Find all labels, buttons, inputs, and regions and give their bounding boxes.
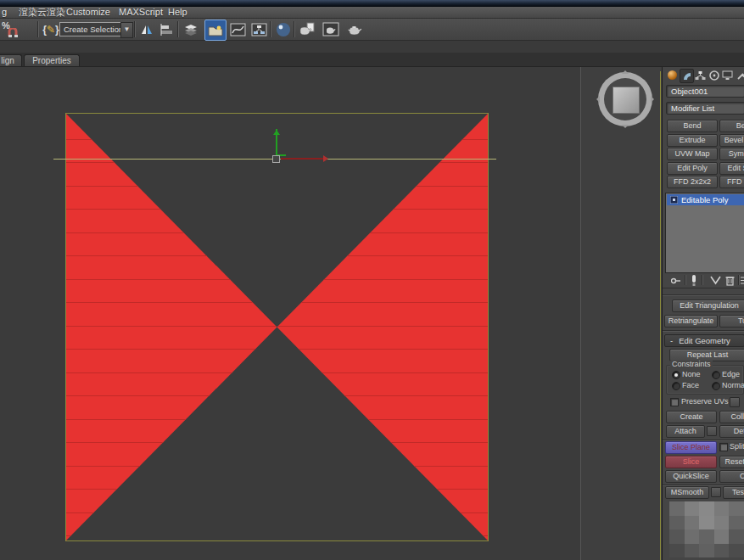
panel-tab-hierarchy[interactable] — [694, 69, 707, 81]
toolbar-separator — [177, 21, 179, 37]
magnet-snap-icon[interactable] — [8, 28, 18, 37]
slice-plane-center-handle[interactable] — [272, 155, 280, 163]
configure-modifier-sets-icon[interactable] — [741, 276, 744, 285]
rollout-divider — [663, 330, 744, 332]
viewcube-cube[interactable] — [613, 87, 640, 114]
scene-explorer-icon[interactable] — [204, 20, 227, 41]
constraint-label-edge[interactable]: Edge — [722, 370, 740, 379]
dropdown-arrow-icon[interactable]: ▼ — [120, 22, 133, 38]
modifier-button-bend[interactable]: Bend — [667, 120, 718, 132]
modifier-button-bevel[interactable]: Bevel — [719, 120, 744, 132]
slice-button[interactable]: Slice — [665, 456, 717, 468]
modifier-button-bevel-profile[interactable]: Bevel Profile — [719, 134, 744, 147]
preserve-uvs-label[interactable]: Preserve UVs — [681, 397, 729, 406]
viewcube[interactable] — [598, 72, 652, 126]
remove-modifier-icon[interactable] — [725, 275, 735, 286]
toolbar-separator — [294, 21, 295, 37]
toolbar-separator — [37, 21, 39, 37]
modifier-button-edit-spline[interactable]: Edit Spline — [719, 162, 744, 175]
menu-item-customize[interactable]: Customize — [66, 7, 110, 18]
retriangulate-button[interactable]: Retriangulate — [664, 315, 718, 328]
constraint-radio-edge[interactable] — [712, 371, 720, 379]
tessellate-button[interactable]: Tessellate — [723, 486, 744, 499]
collapse-button[interactable]: Collapse — [719, 411, 744, 423]
gizmo-x-arrow-icon — [323, 155, 332, 162]
constraint-radio-normal[interactable] — [712, 382, 720, 390]
menu-item-rendering-partial[interactable]: g — [2, 7, 7, 18]
pin-stack-icon[interactable] — [671, 277, 681, 285]
modifier-list-dropdown[interactable]: Modifier List — [666, 102, 744, 115]
modifier-button-edit-poly[interactable]: Edit Poly — [667, 162, 718, 175]
attach-settings-button[interactable] — [707, 426, 717, 436]
make-unique-icon[interactable] — [710, 276, 721, 285]
modifier-stack-list[interactable]: Editable Poly — [665, 193, 744, 273]
menu-bar: g 渲染云渲染 Customize MAXScript Help — [0, 7, 744, 19]
modifier-button-symmetry[interactable]: Symmetry — [719, 148, 744, 160]
turn-button[interactable]: Turn — [719, 315, 744, 328]
preserve-uvs-checkbox[interactable] — [670, 398, 679, 406]
constraint-radio-face[interactable] — [672, 382, 680, 390]
create-icon — [668, 70, 677, 80]
tab-properties[interactable]: Properties — [24, 54, 80, 66]
msmooth-settings-button[interactable] — [711, 487, 721, 497]
rollout-divider — [663, 294, 744, 296]
editable-poly-object[interactable] — [65, 113, 489, 541]
editable-poly-icon — [670, 196, 678, 204]
constraint-label-normal[interactable]: Normal — [722, 381, 744, 390]
window-title-strip — [0, 0, 744, 7]
reset-plane-button[interactable]: Reset Plane — [719, 456, 744, 468]
named-selection-set-dropdown[interactable]: Create Selection Se — [59, 22, 124, 36]
render-setup-icon[interactable] — [297, 20, 317, 39]
split-checkbox[interactable] — [719, 443, 728, 451]
cut-button[interactable]: Cut — [719, 470, 744, 483]
object-name-field[interactable]: Object001 — [666, 85, 744, 98]
rendered-frame-window-icon[interactable] — [321, 20, 341, 39]
stack-toolbar-separator — [702, 275, 703, 285]
attach-button[interactable]: Attach — [666, 425, 705, 438]
named-selection-sets-icon[interactable]: {✎} — [41, 20, 61, 39]
show-end-result-icon[interactable] — [691, 275, 696, 286]
edit-geometry-rollout-header[interactable]: - Edit Geometry — [664, 334, 744, 347]
curve-editor-icon[interactable] — [227, 20, 248, 39]
modifier-button-ffd-2x2x2[interactable]: FFD 2x2x2 — [667, 176, 718, 188]
viewcube-south-tick-icon — [622, 125, 629, 132]
stack-item-editable-poly[interactable]: Editable Poly — [667, 194, 744, 205]
tab-align[interactable]: lign — [0, 54, 22, 66]
split-label[interactable]: Split — [730, 442, 744, 451]
quickslice-button[interactable]: QuickSlice — [665, 470, 717, 483]
render-production-icon[interactable] — [344, 20, 365, 39]
constraint-label-none[interactable]: None — [682, 370, 701, 379]
display-icon — [722, 70, 733, 81]
layer-manager-icon[interactable] — [181, 20, 201, 39]
msmooth-button[interactable]: MSmooth — [665, 486, 709, 499]
gizmo-x-axis[interactable] — [281, 158, 323, 160]
schematic-view-icon[interactable] — [249, 20, 269, 39]
align-icon[interactable] — [157, 20, 177, 39]
panel-tab-utilities[interactable] — [735, 69, 744, 81]
menu-item-cloud-render[interactable]: 渲染云渲染 — [19, 7, 65, 18]
create-button[interactable]: Create — [666, 411, 717, 423]
mirror-icon[interactable] — [137, 20, 157, 39]
slice-plane-button[interactable]: Slice Plane — [665, 441, 717, 454]
hierarchy-icon — [695, 70, 706, 81]
detach-button[interactable]: Detach — [719, 425, 744, 438]
utilities-icon — [736, 70, 744, 81]
material-editor-icon[interactable] — [273, 20, 294, 39]
modifier-button-extrude[interactable]: Extrude — [667, 134, 718, 147]
edit-triangulation-button[interactable]: Edit Triangulation — [672, 300, 744, 312]
modifier-button-uvw-map[interactable]: UVW Map — [667, 148, 718, 160]
panel-tab-display[interactable] — [721, 69, 734, 81]
viewport-side[interactable] — [581, 67, 662, 560]
panel-tab-modify[interactable] — [680, 69, 694, 83]
panel-tab-motion[interactable] — [708, 69, 720, 81]
gizmo-y-arrow-icon — [273, 126, 280, 135]
panel-tab-create[interactable] — [666, 69, 679, 81]
constraint-radio-none[interactable] — [672, 371, 680, 379]
side-object-edge — [660, 71, 661, 560]
preserve-uvs-settings-button[interactable] — [730, 397, 740, 407]
constraint-label-face[interactable]: Face — [682, 381, 699, 390]
menu-item-maxscript[interactable]: MAXScript — [119, 7, 163, 18]
viewcube-east-tick-icon — [651, 96, 657, 103]
menu-item-help[interactable]: Help — [168, 7, 187, 18]
modifier-button-ffd-3x3x3[interactable]: FFD 3x3x3 — [719, 176, 744, 188]
